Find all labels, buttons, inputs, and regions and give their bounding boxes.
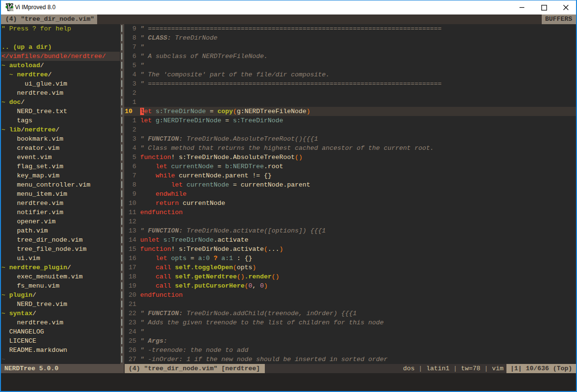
svg-text:im: im (9, 7, 14, 12)
